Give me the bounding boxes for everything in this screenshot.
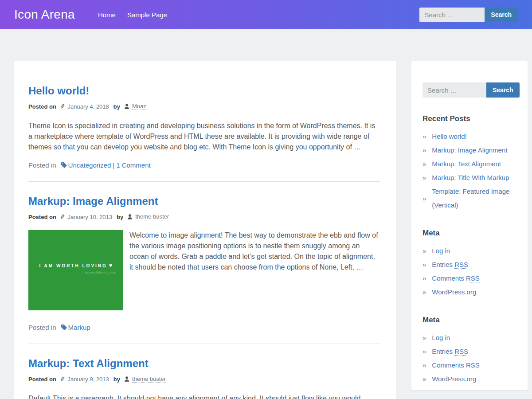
- posted-on-label: Posted on: [28, 103, 56, 110]
- post-excerpt: Default This is a paragraph. It should n…: [28, 393, 380, 399]
- pencil-icon: ✎: [59, 213, 66, 221]
- chevron-right-icon: »: [422, 129, 426, 143]
- meta-link-entries-rss[interactable]: Entries RSS: [432, 258, 468, 271]
- comments-link[interactable]: 1 Comment: [116, 161, 151, 169]
- list-item: »WordPress.org: [422, 372, 516, 386]
- site-title[interactable]: Icon Arena: [14, 8, 75, 22]
- list-item: »Markup: Title With Markup: [422, 171, 516, 184]
- tag-icon: [61, 162, 67, 168]
- list-item: »Hello world!: [422, 129, 516, 143]
- list-item: »Comments RSS: [422, 271, 516, 285]
- meta-list: »Log in »Entries RSS »Comments RSS »Word…: [422, 244, 516, 299]
- recent-post-link[interactable]: Hello world!: [432, 129, 466, 143]
- recent-post-link[interactable]: Template: Featured Image (Vertical): [432, 184, 516, 212]
- sidebar-search-form: Search: [422, 82, 516, 98]
- widget-title-meta: Meta: [422, 229, 516, 238]
- posted-on-label: Posted on: [28, 376, 56, 383]
- sidebar-search-input[interactable]: [422, 82, 486, 98]
- widget-title-meta: Meta: [422, 316, 516, 325]
- by-label: by: [117, 214, 123, 220]
- post-meta: Posted on ✎ January 9, 2013 by theme bus…: [28, 376, 380, 383]
- meta-link-log-in[interactable]: Log in: [432, 244, 450, 258]
- recent-post-link[interactable]: Markup: Image Alignment: [432, 143, 507, 157]
- post-meta: Posted on ✎ January 4, 2018 by Moaz: [28, 103, 380, 110]
- meta-link-wordpress-org[interactable]: WordPress.org: [432, 372, 476, 386]
- list-item: »Log in: [422, 244, 516, 258]
- post-footer: Posted in Uncategorized | 1 Comment: [28, 161, 380, 169]
- post-hello-world: Hello world! Posted on ✎ January 4, 2018…: [28, 85, 380, 169]
- nav-item-home[interactable]: Home: [98, 11, 116, 19]
- list-item: »Markup: Image Alignment: [422, 143, 516, 157]
- chevron-right-icon: »: [422, 171, 426, 184]
- sidebar: Search Recent Posts »Hello world! »Marku…: [411, 61, 528, 390]
- sidebar-search-button[interactable]: Search: [486, 82, 520, 98]
- post-author-link[interactable]: theme buster: [132, 376, 166, 383]
- chevron-right-icon: »: [422, 157, 426, 171]
- post-author-link[interactable]: Moaz: [132, 103, 146, 110]
- chevron-right-icon: »: [422, 285, 426, 299]
- post-text-alignment: Markup: Text Alignment Posted on ✎ Janua…: [28, 357, 380, 399]
- person-icon: [124, 376, 130, 382]
- heart-icon: ♥: [109, 262, 113, 269]
- meta-list: »Log in »Entries RSS »Comments RSS »Word…: [422, 331, 516, 386]
- featured-image-caption: I AM WORTH LOVING: [39, 263, 107, 268]
- recent-posts-list: »Hello world! »Markup: Image Alignment »…: [422, 129, 516, 212]
- post-date-link[interactable]: January 4, 2018: [68, 103, 109, 110]
- post-excerpt: Welcome to image alignment! The best way…: [129, 230, 380, 273]
- post-title[interactable]: Markup: Image Alignment: [28, 195, 380, 207]
- post-footer: Posted in Markup: [28, 324, 380, 331]
- site-header: Icon Arena Home Sample Page Search: [0, 0, 532, 29]
- category-link[interactable]: Uncategorized: [68, 161, 111, 169]
- chevron-right-icon: »: [422, 258, 426, 271]
- post-divider: [28, 344, 380, 344]
- list-item: »WordPress.org: [422, 285, 516, 299]
- meta-link-log-in[interactable]: Log in: [432, 331, 450, 344]
- recent-post-link[interactable]: Markup: Title With Markup: [432, 171, 509, 184]
- chevron-right-icon: »: [422, 271, 426, 285]
- meta-link-wordpress-org[interactable]: WordPress.org: [432, 285, 476, 299]
- featured-image[interactable]: I AM WORTH LOVING♥ iamworthloving.com: [28, 230, 123, 310]
- post-date-link[interactable]: January 10, 2013: [68, 214, 112, 220]
- header-search-input[interactable]: [419, 8, 485, 22]
- main-content-card: Hello world! Posted on ✎ January 4, 2018…: [14, 61, 396, 399]
- list-item: »Comments RSS: [422, 358, 516, 372]
- posted-on-label: Posted on: [28, 214, 56, 220]
- list-item: »Entries RSS: [422, 258, 516, 271]
- list-item: »Template: Featured Image (Vertical): [422, 184, 516, 212]
- list-item: »Entries RSS: [422, 344, 516, 358]
- chevron-right-icon: »: [422, 192, 426, 205]
- posted-in-label: Posted in: [28, 324, 56, 331]
- meta-link-entries-rss[interactable]: Entries RSS: [432, 344, 468, 358]
- main-nav: Home Sample Page: [86, 11, 167, 19]
- post-title[interactable]: Markup: Text Alignment: [28, 357, 380, 370]
- chevron-right-icon: »: [422, 143, 426, 157]
- recent-post-link[interactable]: Markup: Text Alignment: [432, 157, 501, 171]
- header-search-button[interactable]: Search: [485, 8, 518, 22]
- post-meta: Posted on ✎ January 10, 2013 by theme bu…: [28, 213, 380, 220]
- category-link[interactable]: Markup: [68, 324, 90, 331]
- pencil-icon: ✎: [59, 375, 66, 383]
- post-author-link[interactable]: theme buster: [135, 213, 169, 220]
- meta-link-comments-rss[interactable]: Comments RSS: [432, 271, 480, 285]
- chevron-right-icon: »: [422, 244, 426, 258]
- post-title[interactable]: Hello world!: [28, 85, 380, 97]
- header-search-form: Search: [419, 8, 518, 22]
- chevron-right-icon: »: [422, 331, 426, 344]
- by-label: by: [113, 103, 120, 110]
- chevron-right-icon: »: [422, 372, 426, 386]
- person-icon: [127, 214, 133, 220]
- tag-icon: [61, 324, 67, 331]
- posted-in-label: Posted in: [28, 161, 56, 169]
- post-date-link[interactable]: January 9, 2013: [68, 376, 109, 383]
- separator: |: [113, 161, 114, 169]
- pencil-icon: ✎: [59, 102, 66, 110]
- post-image-alignment: Markup: Image Alignment Posted on ✎ Janu…: [28, 195, 380, 331]
- meta-link-comments-rss[interactable]: Comments RSS: [432, 358, 480, 372]
- post-excerpt: Theme Icon is specialized in creating an…: [28, 121, 380, 153]
- featured-image-watermark: iamworthloving.com: [28, 271, 116, 274]
- list-item: »Log in: [422, 331, 516, 344]
- widget-title-recent-posts: Recent Posts: [422, 114, 516, 123]
- post-divider: [28, 181, 380, 182]
- nav-item-sample-page[interactable]: Sample Page: [127, 11, 167, 19]
- list-item: »Markup: Text Alignment: [422, 157, 516, 171]
